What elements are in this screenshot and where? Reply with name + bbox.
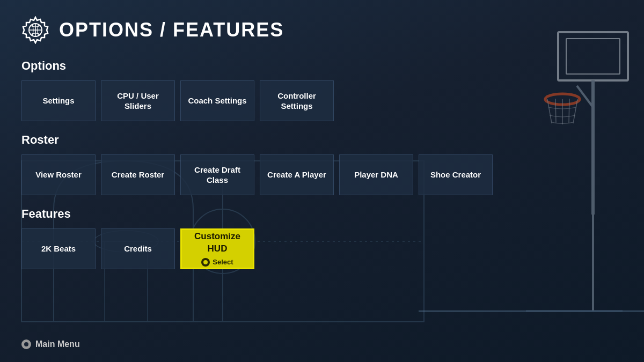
settings-button[interactable]: Settings — [21, 80, 96, 121]
2k-beats-button[interactable]: 2K Beats — [21, 228, 96, 269]
create-a-player-button[interactable]: Create A Player — [260, 154, 334, 195]
page-title: OPTIONS / FEATURES — [59, 19, 284, 41]
roster-label: Roster — [21, 133, 623, 147]
select-hint: Select — [201, 258, 233, 267]
customize-hud-content: Customize HUD Select — [187, 231, 247, 267]
main-menu-label: Main Menu — [35, 339, 80, 349]
roster-section: Roster View Roster Create Roster Create … — [21, 133, 623, 195]
basketball-gear-icon — [21, 16, 49, 44]
features-section: Features 2K Beats Credits Customize HUD … — [21, 207, 623, 269]
coach-settings-button[interactable]: Coach Settings — [180, 80, 254, 121]
footer: Main Menu — [21, 339, 80, 349]
credits-button[interactable]: Credits — [101, 228, 175, 269]
circle-button-icon — [201, 258, 210, 267]
options-label: Options — [21, 59, 623, 73]
create-roster-button[interactable]: Create Roster — [101, 154, 175, 195]
select-hint-label: Select — [213, 258, 233, 267]
customize-hud-label: Customize HUD — [187, 231, 247, 254]
main-menu-icon — [21, 339, 31, 349]
features-buttons: 2K Beats Credits Customize HUD Select — [21, 228, 623, 269]
view-roster-button[interactable]: View Roster — [21, 154, 96, 195]
player-dna-button[interactable]: Player DNA — [339, 154, 413, 195]
header: OPTIONS / FEATURES — [21, 16, 623, 44]
cpu-user-sliders-button[interactable]: CPU / User Sliders — [101, 80, 175, 121]
create-draft-class-button[interactable]: Create Draft Class — [180, 154, 254, 195]
controller-settings-button[interactable]: Controller Settings — [260, 80, 334, 121]
shoe-creator-button[interactable]: Shoe Creator — [419, 154, 493, 195]
options-section: Options Settings CPU / User Sliders Coac… — [21, 59, 623, 121]
roster-buttons: View Roster Create Roster Create Draft C… — [21, 154, 623, 195]
main-content: OPTIONS / FEATURES Options Settings CPU … — [0, 0, 644, 362]
customize-hud-button[interactable]: Customize HUD Select — [180, 228, 254, 269]
options-buttons: Settings CPU / User Sliders Coach Settin… — [21, 80, 623, 121]
features-label: Features — [21, 207, 623, 221]
